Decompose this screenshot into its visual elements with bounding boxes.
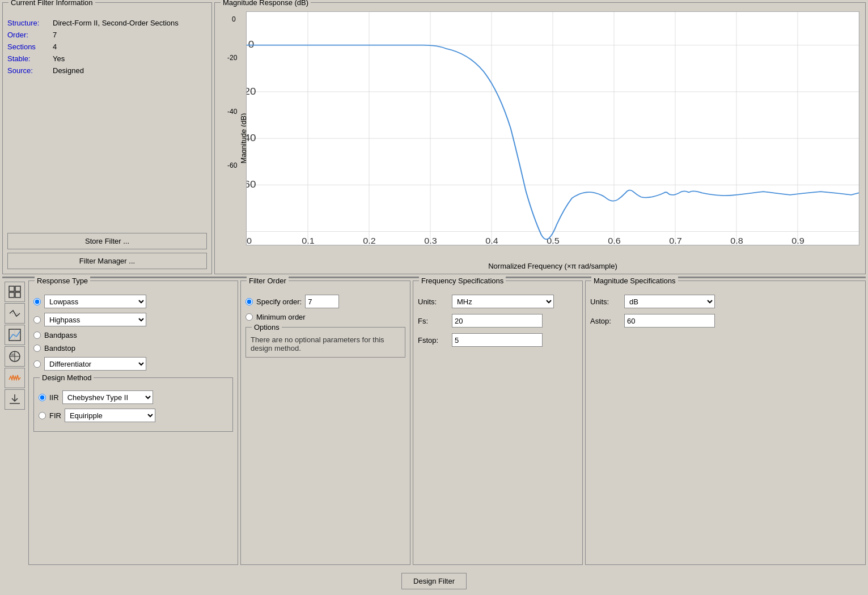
stable-label: Stable: (7, 54, 53, 63)
differentiator-dropdown[interactable]: Differentiator (44, 357, 146, 371)
mag-units-label: Units: (590, 298, 624, 306)
iir-row: IIR Chebyshev Type II Butterworth Chebys… (39, 390, 228, 404)
design-filter-row: Design Filter (2, 565, 866, 593)
design-method-section: Design Method IIR Chebyshev Type II Butt… (33, 377, 233, 432)
bandstop-row: Bandstop (33, 344, 233, 352)
structure-value: Direct-Form II, Second-Order Sections (53, 19, 179, 27)
fs-input[interactable] (452, 314, 543, 328)
highpass-row: Highpass (33, 313, 233, 326)
design-filter-button[interactable]: Design Filter (401, 573, 467, 589)
analysis-icon-btn[interactable] (5, 325, 25, 345)
units-dropdown[interactable]: MHz Hz kHz GHz Normalized (452, 295, 554, 308)
chart-area: 0 -20 -40 -60 0 0.1 0.2 0.3 0.4 0.5 0.6 … (246, 11, 859, 245)
highpass-dropdown[interactable]: Highpass (44, 313, 146, 326)
stable-value: Yes (53, 54, 65, 63)
noise-icon-btn[interactable] (5, 368, 25, 388)
y-tick-60: -60 (227, 162, 237, 169)
magnitude-response-panel: Magnitude Response (dB) Magnitude (dB) (214, 2, 866, 274)
options-panel: Options There are no optional parameters… (245, 327, 405, 358)
iir-label: IIR (49, 393, 59, 402)
sections-label: Sections (7, 42, 53, 51)
iir-radio[interactable] (39, 394, 46, 401)
iir-method-dropdown[interactable]: Chebyshev Type II Butterworth Chebyshev … (62, 390, 153, 404)
svg-text:-40: -40 (247, 133, 256, 143)
svg-rect-30 (15, 286, 20, 291)
fir-method-dropdown[interactable]: Equiripple Least-Squares Window (65, 409, 155, 422)
units-row: Units: MHz Hz kHz GHz Normalized (418, 295, 578, 308)
fstop-label: Fstop: (418, 336, 452, 345)
source-row: Source: Designed (7, 66, 207, 75)
filter-designer-icon-btn[interactable] (5, 282, 25, 302)
chart-svg: 0 -20 -40 -60 0 0.1 0.2 0.3 0.4 0.5 0.6 … (247, 12, 859, 245)
filter-info-panel: Current Filter Information Structure: Di… (2, 2, 212, 274)
bandstop-radio[interactable] (33, 345, 41, 352)
lowpass-dropdown-group: Lowpass (44, 295, 146, 308)
svg-rect-32 (15, 292, 20, 298)
export-icon-btn[interactable] (5, 389, 25, 410)
source-label: Source: (7, 66, 53, 75)
y-tick-20: -20 (227, 54, 237, 62)
filter-manager-button[interactable]: Filter Manager ... (7, 253, 207, 269)
svg-text:-20: -20 (247, 86, 256, 97)
specify-order-row: Specify order: (245, 295, 405, 308)
freq-spec-panel: Frequency Specifications Units: MHz Hz k… (413, 280, 583, 565)
filter-order-title: Filter Order (247, 277, 289, 285)
fstop-input[interactable] (452, 333, 543, 347)
store-filter-button[interactable]: Store Filter ... (7, 233, 207, 249)
structure-row: Structure: Direct-Form II, Second-Order … (7, 19, 207, 27)
options-title: Options (252, 323, 282, 332)
bandpass-radio[interactable] (33, 332, 41, 339)
svg-text:IIR: IIR (11, 353, 15, 356)
fs-label: Fs: (418, 317, 452, 325)
units-label: Units: (418, 298, 452, 306)
lowpass-radio[interactable] (33, 298, 41, 305)
options-text: There are no optional parameters for thi… (251, 335, 400, 352)
fir-label: FIR (49, 411, 61, 420)
source-value: Designed (53, 66, 84, 75)
order-label: Order: (7, 31, 53, 39)
fir-radio[interactable] (39, 412, 46, 419)
filter-info-content: Structure: Direct-Form II, Second-Order … (7, 19, 207, 227)
x-axis-label: Normalized Frequency (×π rad/sample) (246, 262, 859, 270)
svg-text:0.7: 0.7 (669, 236, 682, 245)
minimum-order-radio[interactable] (245, 313, 253, 321)
lowpass-row: Lowpass (33, 295, 233, 308)
mag-spec-title: Magnitude Specifications (591, 277, 678, 285)
bottom-panels: Response Type Lowpass Highpass (28, 280, 866, 565)
magnitude-response-title: Magnitude Response (dB) (221, 0, 311, 7)
specify-order-label: Specify order: (256, 298, 302, 306)
mag-units-dropdown[interactable]: dB Linear (624, 295, 715, 308)
astop-row: Astop: (590, 314, 861, 328)
mag-units-row: Units: dB Linear (590, 295, 861, 308)
realization-icon-btn[interactable] (5, 303, 25, 324)
bandpass-row: Bandpass (33, 331, 233, 339)
lowpass-dropdown[interactable]: Lowpass (44, 295, 146, 308)
structure-label: Structure: (7, 19, 53, 27)
sections-row: Sections 4 (7, 42, 207, 51)
specify-order-input[interactable] (305, 295, 339, 308)
specify-order-radio[interactable] (245, 298, 253, 305)
highpass-radio[interactable] (33, 316, 41, 324)
quantization-icon-btn[interactable]: IIR (5, 346, 25, 367)
svg-text:-60: -60 (247, 179, 256, 190)
differentiator-radio[interactable] (33, 360, 41, 368)
noise-icon (9, 372, 21, 384)
order-row: Order: 7 (7, 31, 207, 39)
realization-icon (9, 307, 21, 320)
astop-input[interactable] (624, 314, 715, 328)
differentiator-row: Differentiator (33, 357, 233, 371)
y-tick-40: -40 (227, 108, 237, 116)
differentiator-dropdown-group: Differentiator (44, 357, 146, 371)
design-method-title: Design Method (40, 373, 94, 382)
main-container: Current Filter Information Structure: Di… (0, 0, 868, 595)
astop-label: Astop: (590, 317, 624, 325)
minimum-order-label: Minimum order (256, 313, 306, 321)
response-type-panel: Response Type Lowpass Highpass (28, 280, 238, 565)
highpass-dropdown-group: Highpass (44, 313, 146, 326)
sidebar-icons: IIR (2, 280, 27, 565)
filter-designer-icon (9, 286, 21, 298)
fs-row: Fs: (418, 314, 578, 328)
svg-rect-31 (9, 292, 14, 298)
quantization-icon: IIR (9, 350, 21, 363)
response-type-title: Response Type (35, 277, 90, 285)
